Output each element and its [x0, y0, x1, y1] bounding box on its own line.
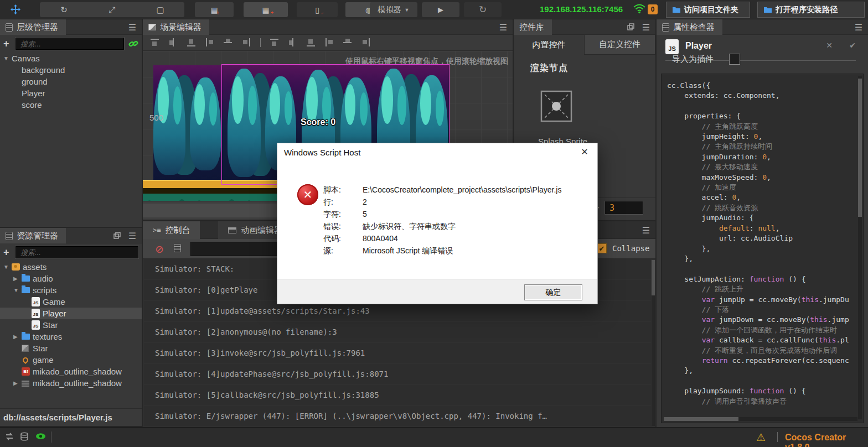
console-log-line-4[interactable]: Simulator: [3]invoke@src/jsb_polyfill.js… — [144, 343, 651, 363]
hierarchy-node-ground[interactable]: ground — [0, 76, 142, 87]
clear-console-icon[interactable]: ⊘ — [155, 243, 164, 256]
asset-item-game[interactable]: game — [0, 354, 142, 366]
asset-db-icon[interactable] — [20, 432, 29, 443]
console-menu-icon[interactable]: ☰ — [642, 225, 650, 236]
expand-arrow-icon[interactable]: ▶ — [13, 380, 22, 386]
expand-arrow-icon[interactable]: ▶ — [13, 276, 22, 282]
align-tool-b[interactable] — [187, 38, 196, 47]
hierarchy-search-input[interactable] — [16, 38, 124, 50]
open-project-folder-button[interactable]: 访问项目文件夹 — [666, 2, 750, 18]
folder-icon — [22, 334, 33, 340]
align-tool-l2[interactable] — [325, 38, 334, 47]
expand-arrow-icon[interactable]: ▼ — [3, 55, 12, 61]
widget-library-tab[interactable]: 控件库 — [514, 19, 552, 35]
align-tool-t[interactable] — [151, 38, 159, 47]
inspector-menu-icon[interactable]: ☰ — [855, 22, 862, 33]
widget-library-menu-icon[interactable]: ☰ — [642, 22, 650, 33]
pivot-mode-button[interactable]: ▦↑ — [195, 2, 234, 17]
expand-arrow-icon[interactable]: ▼ — [13, 287, 22, 293]
scene-menu-icon[interactable]: ☰ — [499, 22, 507, 33]
code-line: properties: { — [667, 111, 863, 121]
simulator-dropdown[interactable]: 模拟器 ▼ — [370, 2, 417, 17]
scene-tab[interactable]: 场景编辑器 — [143, 19, 209, 35]
open-install-path-button[interactable]: 打开程序安装路径 — [757, 2, 865, 18]
link-icon[interactable] — [128, 39, 138, 49]
hierarchy-node-background[interactable]: background — [0, 64, 142, 76]
assets-tab[interactable]: 资源管理器 — [0, 228, 66, 243]
import-as-plugin-checkbox[interactable] — [729, 54, 740, 65]
scale-tool-button[interactable]: ⤢ — [88, 2, 136, 17]
rect-tool-button[interactable]: ▢ — [136, 2, 184, 17]
scene-flame-icon — [22, 356, 29, 363]
expand-arrow-icon[interactable]: ▶ — [13, 334, 22, 340]
add-asset-button[interactable]: + — [3, 247, 11, 258]
asset-item-scripts[interactable]: ▼scripts — [0, 284, 142, 296]
ok-button[interactable]: 确定 — [524, 284, 582, 300]
align-tool-b2[interactable] — [307, 38, 316, 47]
align-tool-t2[interactable] — [270, 38, 279, 47]
align-tool-v[interactable] — [169, 38, 178, 47]
collapse-checkbox[interactable]: ✔ — [597, 243, 607, 253]
tab-custom-widgets[interactable]: 自定义控件 — [584, 35, 655, 55]
tab-console[interactable]: >≡ 控制台 — [143, 221, 200, 239]
console-log-line-6[interactable]: Simulator: [5]callback@src/jsb_polyfill.… — [144, 385, 651, 405]
hierarchy-node-score[interactable]: score — [0, 99, 142, 111]
apply-check-icon[interactable]: ✔ — [849, 41, 856, 50]
anchor-mode-button[interactable]: ▦+ — [244, 2, 288, 17]
console-scrollbar-thumb[interactable] — [652, 260, 655, 295]
align-tool-r2[interactable] — [361, 38, 370, 47]
console-log-line-7[interactable]: Simulator: E/jswrapper (447): [ERROR] (.… — [144, 406, 651, 426]
code-hscrollbar[interactable] — [664, 417, 857, 421]
asset-item-Star[interactable]: Star — [0, 342, 142, 354]
local-coord-button[interactable]: ▯⌐ — [297, 2, 338, 17]
popout-icon[interactable] — [627, 23, 634, 32]
code-line: // 添加一个回调函数，用于在动作结束时 — [667, 325, 863, 335]
add-node-button[interactable]: + — [3, 38, 11, 50]
hierarchy-node-Player[interactable]: Player — [0, 87, 142, 99]
console-scrollbar[interactable] — [652, 260, 655, 426]
code-hscrollbar-thumb[interactable] — [664, 417, 738, 421]
expand-arrow-icon[interactable]: ▼ — [3, 264, 12, 270]
asset-item-audio[interactable]: ▶audio — [0, 273, 142, 284]
align-tool-v2[interactable] — [288, 38, 297, 47]
warning-icon[interactable]: ⚠ — [756, 431, 766, 444]
align-tool-h2[interactable] — [343, 38, 352, 47]
code-line: // 跳跃上升 — [667, 284, 863, 294]
log-file-icon[interactable] — [174, 244, 181, 252]
align-tool-l[interactable] — [205, 38, 214, 47]
assets-menu-icon[interactable]: ☰ — [128, 231, 136, 241]
inspector-tab[interactable]: 属性检查器 — [657, 19, 722, 35]
assets-search-row: + — [0, 243, 142, 261]
js-file-icon: JS — [32, 320, 43, 330]
preview-eye-icon[interactable] — [35, 432, 46, 442]
hierarchy-tab[interactable]: 层级管理器 — [0, 19, 66, 35]
field-label: 源: — [323, 246, 363, 256]
popout-icon[interactable] — [113, 232, 121, 241]
asset-item-Player[interactable]: JSPlayer — [0, 308, 142, 319]
tab-builtin-widgets[interactable]: 内置控件 — [514, 35, 584, 55]
asset-item-Game[interactable]: JSGame — [0, 296, 142, 308]
rotate-tool-button[interactable]: ↻ — [40, 2, 88, 17]
align-tool-r[interactable] — [242, 38, 251, 47]
align-tool-h[interactable] — [224, 38, 232, 47]
move-tool-button[interactable] — [6, 2, 25, 17]
asset-item-textures[interactable]: ▶textures — [0, 331, 142, 342]
asset-item-Star[interactable]: JSStar — [0, 319, 142, 331]
sync-assets-icon[interactable] — [4, 432, 14, 443]
console-log-line-3[interactable]: Simulator: [2]anonymous@(no filename):3 — [144, 322, 651, 342]
count-input[interactable] — [604, 201, 643, 215]
hierarchy-node-Canvas[interactable]: ▼Canvas — [0, 53, 142, 64]
hierarchy-menu-icon[interactable]: ☰ — [128, 22, 136, 33]
close-icon[interactable]: ✕ — [826, 41, 833, 50]
console-log-line-5[interactable]: Simulator: [4]updatePhase@src/jsb_polyfi… — [144, 364, 651, 384]
play-button[interactable]: ▶ — [422, 2, 459, 17]
asset-item-assets[interactable]: ▼assets — [0, 261, 142, 273]
splash-sprite-item[interactable] — [540, 90, 572, 124]
refresh-button[interactable]: ↻ — [464, 2, 502, 17]
asset-item-mikado_outline_shadow[interactable]: ▶mikado_outline_shadow — [0, 377, 142, 389]
code-vscrollbar[interactable] — [858, 76, 862, 419]
assets-search-input[interactable] — [16, 246, 138, 258]
asset-item-mikado_outline_shadow[interactable]: Bfmikado_outline_shadow — [0, 366, 142, 377]
code-vscrollbar-thumb[interactable] — [858, 79, 862, 217]
dialog-close-icon[interactable]: ✕ — [578, 147, 591, 157]
